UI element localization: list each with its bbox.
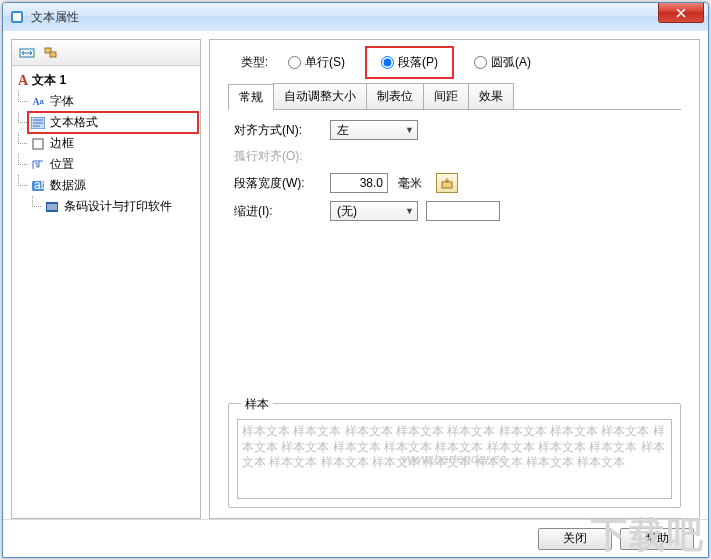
tree-root[interactable]: A 文本 1 (14, 70, 198, 91)
svg-rect-18 (442, 182, 452, 188)
radio-input[interactable] (288, 56, 301, 69)
titlebar[interactable]: 文本属性 (3, 3, 708, 31)
chevron-down-icon: ▼ (405, 206, 414, 216)
tree-subitem[interactable]: 条码设计与打印软件 (42, 196, 198, 217)
font-icon: Aa (30, 95, 46, 109)
tree-item-label: 位置 (50, 156, 74, 173)
position-icon (30, 158, 46, 172)
row-orphan: 孤行对齐(O): (234, 148, 681, 165)
align-value: 左 (337, 122, 349, 139)
width-input[interactable]: 38.0 (330, 173, 388, 193)
close-dialog-button[interactable]: 关闭 (538, 528, 612, 550)
align-label: 对齐方式(N): (234, 122, 322, 139)
indent-input[interactable] (426, 201, 500, 221)
svg-text:ab: ab (34, 180, 45, 192)
radio-label: 单行(S) (305, 54, 345, 71)
tree-item-font[interactable]: Aa 字体 (28, 91, 198, 112)
width-options-button[interactable] (436, 173, 458, 193)
tab-general[interactable]: 常规 (228, 84, 274, 110)
svg-rect-4 (50, 52, 56, 57)
tree-view: A 文本 1 Aa 字体 文本格式 边框 (12, 66, 200, 518)
tree-root-label: 文本 1 (32, 72, 66, 89)
app-icon (9, 9, 25, 25)
watermark-text: www.bartender.cc (403, 451, 506, 468)
form-area: 对齐方式(N): 左 ▼ 孤行对齐(O): 段落宽度(W): 38.0 毫米 (228, 120, 681, 229)
tab-effect[interactable]: 效果 (468, 83, 514, 109)
sample-box: 样本 样本文本 样本文本 样本文本 样本文本 样本文本 样本文本 样本文本 样本… (228, 403, 681, 508)
window-title: 文本属性 (31, 9, 79, 26)
datasource-icon: ab (30, 179, 46, 193)
svg-rect-1 (13, 13, 21, 21)
tree-item-position[interactable]: 位置 (28, 154, 198, 175)
tree-item-label: 文本格式 (50, 114, 98, 131)
border-icon (30, 137, 46, 151)
align-select[interactable]: 左 ▼ (330, 120, 418, 140)
sample-title: 样本 (241, 396, 273, 413)
tab-autosize[interactable]: 自动调整大小 (273, 83, 367, 109)
tab-tabstop[interactable]: 制表位 (366, 83, 424, 109)
dialog-body: A 文本 1 Aa 字体 文本格式 边框 (3, 31, 708, 519)
tree-item-label: 字体 (50, 93, 74, 110)
indent-value: (无) (337, 203, 357, 220)
tree-item-border[interactable]: 边框 (28, 133, 198, 154)
footer: 关闭 帮助 (3, 519, 708, 557)
row-width: 段落宽度(W): 38.0 毫米 (234, 173, 681, 193)
width-label: 段落宽度(W): (234, 175, 322, 192)
radio-input[interactable] (474, 56, 487, 69)
radio-paragraph[interactable]: 段落(P) (367, 48, 452, 77)
tree-subitem-label: 条码设计与打印软件 (64, 198, 172, 215)
radio-arc[interactable]: 圆弧(A) (474, 54, 531, 71)
indent-label: 缩进(I): (234, 203, 322, 220)
svg-rect-9 (33, 139, 43, 149)
tree-item-datasource[interactable]: ab 数据源 (28, 175, 198, 196)
left-panel: A 文本 1 Aa 字体 文本格式 边框 (11, 39, 201, 519)
chevron-down-icon: ▼ (405, 125, 414, 135)
close-button[interactable] (658, 3, 704, 23)
row-align: 对齐方式(N): 左 ▼ (234, 120, 681, 140)
left-toolbar (12, 40, 200, 66)
barcode-icon (44, 200, 60, 214)
tree-item-label: 边框 (50, 135, 74, 152)
radio-label: 段落(P) (398, 54, 438, 71)
type-row: 类型: 单行(S) 段落(P) 圆弧(A) (228, 54, 681, 71)
tool-expand-icon[interactable] (16, 43, 38, 63)
tree-item-label: 数据源 (50, 177, 86, 194)
text-icon: A (18, 73, 28, 89)
radio-input[interactable] (381, 56, 394, 69)
indent-select[interactable]: (无) ▼ (330, 201, 418, 221)
orphan-label: 孤行对齐(O): (234, 148, 322, 165)
type-label: 类型: (228, 54, 268, 71)
dialog-window: 文本属性 A 文本 1 Aa 字体 (2, 2, 709, 558)
row-indent: 缩进(I): (无) ▼ (234, 201, 681, 221)
tool-collapse-icon[interactable] (40, 43, 62, 63)
sample-content: 样本文本 样本文本 样本文本 样本文本 样本文本 样本文本 样本文本 样本文本 … (237, 419, 672, 499)
format-icon (30, 116, 46, 130)
help-button[interactable]: 帮助 (620, 528, 694, 550)
right-panel: 类型: 单行(S) 段落(P) 圆弧(A) (209, 39, 700, 519)
tree-item-format[interactable]: 文本格式 (28, 112, 198, 133)
radio-single-line[interactable]: 单行(S) (288, 54, 345, 71)
width-unit: 毫米 (398, 175, 422, 192)
tab-bar: 常规 自动调整大小 制表位 间距 效果 (228, 83, 681, 110)
tab-spacing[interactable]: 间距 (423, 83, 469, 109)
type-radio-group: 单行(S) 段落(P) 圆弧(A) (288, 54, 531, 71)
radio-label: 圆弧(A) (491, 54, 531, 71)
